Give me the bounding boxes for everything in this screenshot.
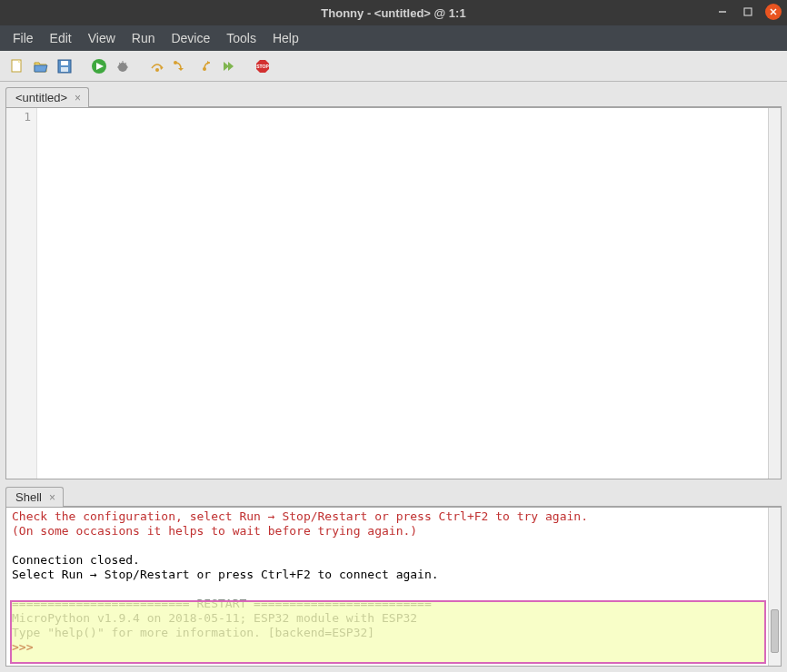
shell-panel: Shell × Check the configuration, select … xyxy=(5,485,782,667)
shell-body: Check the configuration, select Run → St… xyxy=(5,507,782,667)
menu-file[interactable]: File xyxy=(5,28,41,48)
menu-tools[interactable]: Tools xyxy=(219,28,264,48)
menu-edit[interactable]: Edit xyxy=(43,28,79,48)
run-icon[interactable] xyxy=(89,56,109,76)
shell-tab[interactable]: Shell × xyxy=(5,487,64,507)
svg-point-22 xyxy=(203,67,206,71)
svg-point-18 xyxy=(155,68,159,72)
shell-tabbar: Shell × xyxy=(5,485,782,507)
open-file-icon[interactable] xyxy=(31,56,51,76)
editor-tab-untitled[interactable]: <untitled> × xyxy=(5,87,89,107)
svg-marker-19 xyxy=(178,68,184,71)
shell-micropython-line: Type "help()" for more information. [bac… xyxy=(12,626,374,639)
shell-prompt: >>> xyxy=(12,640,40,654)
shell-output[interactable]: Check the configuration, select Run → St… xyxy=(6,508,768,666)
svg-marker-24 xyxy=(228,62,234,71)
scrollbar-thumb[interactable] xyxy=(771,609,779,653)
step-into-icon[interactable] xyxy=(171,56,191,76)
menubar: File Edit View Run Device Tools Help xyxy=(0,25,787,51)
editor-tab-label: <untitled> xyxy=(15,91,67,104)
svg-rect-8 xyxy=(61,67,68,72)
debug-icon[interactable] xyxy=(113,56,133,76)
menu-help[interactable]: Help xyxy=(265,28,306,48)
editor-tabbar: <untitled> × xyxy=(5,85,782,107)
new-file-icon[interactable] xyxy=(7,56,27,76)
shell-text-line: Connection closed. xyxy=(12,553,140,567)
svg-point-20 xyxy=(174,61,177,64)
maximize-button[interactable] xyxy=(740,4,756,20)
shell-error-line: (On some occasions it helps to wait befo… xyxy=(12,524,417,538)
svg-marker-21 xyxy=(207,61,210,64)
menu-view[interactable]: View xyxy=(81,28,123,48)
line-number: 1 xyxy=(6,110,36,124)
close-tab-icon[interactable]: × xyxy=(75,92,81,104)
titlebar: Thonny - <untitled> @ 1:1 xyxy=(0,0,787,25)
window-controls xyxy=(714,4,782,20)
step-out-icon[interactable] xyxy=(194,56,214,76)
shell-scrollbar[interactable] xyxy=(768,508,781,666)
svg-text:STOP: STOP xyxy=(256,64,269,69)
resume-icon[interactable] xyxy=(218,56,238,76)
shell-text-line: Select Run → Stop/Restart or press Ctrl+… xyxy=(12,568,439,581)
menu-device[interactable]: Device xyxy=(164,28,217,48)
save-file-icon[interactable] xyxy=(55,56,75,76)
window-title: Thonny - <untitled> @ 1:1 xyxy=(321,6,465,20)
svg-rect-1 xyxy=(744,8,752,15)
editor-body: 1 xyxy=(5,107,782,479)
menu-run[interactable]: Run xyxy=(125,28,163,48)
shell-tab-label: Shell xyxy=(15,490,42,504)
shell-error-line: Check the configuration, select Run → St… xyxy=(12,509,588,523)
editor-scrollbar[interactable] xyxy=(768,108,781,479)
content-area: <untitled> × 1 Shell × Check the configu… xyxy=(0,82,787,672)
editor-panel: <untitled> × 1 xyxy=(5,85,782,479)
stop-icon[interactable]: STOP xyxy=(253,56,273,76)
svg-rect-7 xyxy=(61,61,68,65)
shell-restart-line: ========================= RESTART ======… xyxy=(12,597,432,610)
close-button[interactable] xyxy=(765,4,782,20)
close-shell-tab-icon[interactable]: × xyxy=(49,491,55,504)
step-over-icon[interactable] xyxy=(147,56,167,76)
line-gutter: 1 xyxy=(6,108,37,479)
shell-micropython-line: MicroPython v1.9.4 on 2018-05-11; ESP32 … xyxy=(12,611,417,625)
minimize-button[interactable] xyxy=(714,4,731,20)
toolbar: STOP xyxy=(0,51,787,82)
code-editor[interactable] xyxy=(37,108,768,479)
